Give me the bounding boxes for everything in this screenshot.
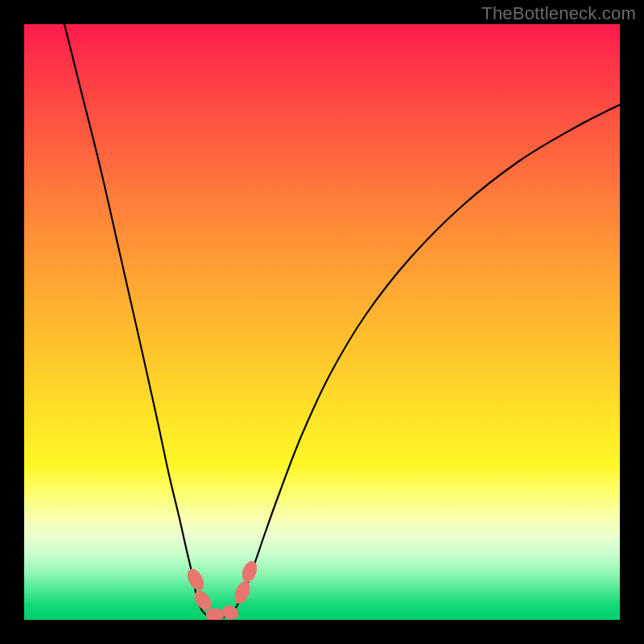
chart-frame: TheBottleneck.com — [0, 0, 644, 644]
bottleneck-curve — [64, 24, 620, 618]
curve-marker — [240, 559, 259, 584]
curve-svg — [24, 24, 620, 620]
curve-marker — [184, 567, 206, 592]
curve-marker — [206, 609, 224, 620]
plot-area — [24, 24, 620, 620]
curve-marker — [232, 580, 252, 605]
watermark-text: TheBottleneck.com — [481, 3, 636, 24]
